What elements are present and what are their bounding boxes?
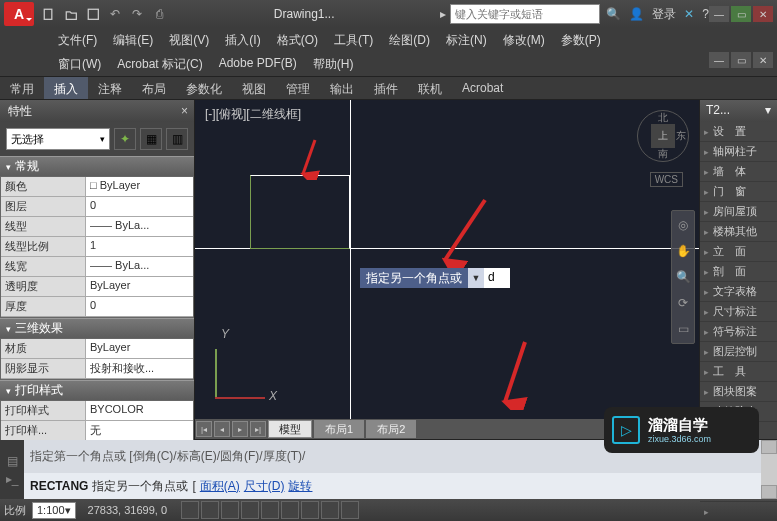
right-panel-item[interactable]: 设 置 (700, 122, 777, 142)
viewport-caption[interactable]: [-][俯视][二维线框] (205, 106, 301, 123)
prop-row[interactable]: 线宽—— ByLa... (1, 257, 193, 277)
select-objects-button[interactable]: ▦ (140, 128, 162, 150)
prop-row[interactable]: 打印样式BYCOLOR (1, 401, 193, 421)
exchange-icon[interactable]: ✕ (684, 7, 694, 21)
prop-row[interactable]: 图层0 (1, 197, 193, 217)
menu-adobe-pdf[interactable]: Adobe PDF(B) (211, 52, 305, 76)
search-input[interactable] (450, 4, 600, 24)
restore-button[interactable]: ▭ (731, 6, 751, 22)
tab-layout2[interactable]: 布局2 (366, 420, 416, 438)
tab-next-button[interactable]: ▸ (232, 421, 248, 437)
right-panel-item[interactable]: 房间屋顶 (700, 202, 777, 222)
prop-value[interactable]: □ ByLayer (86, 177, 193, 197)
right-panel-item[interactable]: 门 窗 (700, 182, 777, 202)
menu-tools[interactable]: 工具(T) (326, 28, 381, 52)
prop-value[interactable]: 投射和接收... (86, 359, 193, 379)
menu-draw[interactable]: 绘图(D) (381, 28, 438, 52)
doc-minimize-button[interactable]: — (709, 52, 729, 68)
command-line[interactable]: RECTANG 指定另一个角点或 [ 面积(A) 尺寸(D) 旋转 (24, 473, 761, 499)
ribbon-tab-4[interactable]: 参数化 (176, 77, 232, 99)
qat-save-icon[interactable] (84, 5, 102, 23)
menu-insert[interactable]: 插入(I) (217, 28, 268, 52)
pickadd-button[interactable]: ▥ (166, 128, 188, 150)
login-icon[interactable]: 👤 (629, 7, 644, 21)
right-panel-item[interactable]: 轴网柱子 (700, 142, 777, 162)
prop-value[interactable]: ByLayer (86, 339, 193, 359)
ribbon-tab-9[interactable]: 联机 (408, 77, 452, 99)
viewcube-face[interactable]: 上 (651, 124, 675, 148)
zoom-icon[interactable]: 🔍 (675, 269, 691, 285)
tab-last-button[interactable]: ▸| (250, 421, 266, 437)
doc-close-button[interactable]: ✕ (753, 52, 773, 68)
menu-param[interactable]: 参数(P) (553, 28, 609, 52)
cmd-opt-rotate[interactable]: 旋转 (288, 478, 312, 495)
steering-wheel-icon[interactable]: ◎ (675, 217, 691, 233)
prop-row[interactable]: 打印样...无 (1, 421, 193, 441)
scale-combo[interactable]: 1:100 ▾ (32, 502, 76, 519)
ribbon-tab-0[interactable]: 常用 (0, 77, 44, 99)
right-panel-item[interactable]: 楼梯其他 (700, 222, 777, 242)
prop-value[interactable]: 1 (86, 237, 193, 257)
right-panel-item[interactable]: 文字表格 (700, 282, 777, 302)
osnap-toggle[interactable] (261, 501, 279, 519)
menu-help[interactable]: 帮助(H) (305, 52, 362, 76)
ribbon-tab-1[interactable]: 插入 (44, 77, 88, 99)
menu-format[interactable]: 格式(O) (269, 28, 326, 52)
category-general[interactable]: 常规 (0, 156, 194, 176)
help-icon[interactable]: ? (702, 7, 709, 21)
prop-row[interactable]: 透明度ByLayer (1, 277, 193, 297)
menu-file[interactable]: 文件(F) (50, 28, 105, 52)
qat-open-icon[interactable] (62, 5, 80, 23)
prop-value[interactable]: ByLayer (86, 277, 193, 297)
cmd-history-icon[interactable]: ▤ (7, 454, 18, 468)
wcs-label[interactable]: WCS (650, 172, 683, 187)
qat-redo-icon[interactable]: ↷ (128, 5, 146, 23)
showmotion-icon[interactable]: ▭ (675, 321, 691, 337)
right-panel-item[interactable]: 尺寸标注 (700, 302, 777, 322)
cmd-scroll-down[interactable] (761, 485, 777, 499)
prop-row[interactable]: 线型比例1 (1, 237, 193, 257)
grid-toggle[interactable] (201, 501, 219, 519)
close-button[interactable]: ✕ (753, 6, 773, 22)
tab-layout1[interactable]: 布局1 (314, 420, 364, 438)
polar-toggle[interactable] (241, 501, 259, 519)
search-icon[interactable]: 🔍 (606, 7, 621, 21)
tab-prev-button[interactable]: ◂ (214, 421, 230, 437)
right-panel-item[interactable]: 图块图案 (700, 382, 777, 402)
cmd-input-icon[interactable]: ▸_ (6, 472, 19, 486)
right-panel-item[interactable]: 剖 面 (700, 262, 777, 282)
right-panel-item[interactable]: 图层控制 (700, 342, 777, 362)
drawing-canvas[interactable]: [-][俯视][二维线框] Y X 指定另一个角点或 ▼ d 北 东 南 上 W… (195, 100, 699, 439)
menu-edit[interactable]: 编辑(E) (105, 28, 161, 52)
prop-row[interactable]: 材质ByLayer (1, 339, 193, 359)
prop-row[interactable]: 厚度0 (1, 297, 193, 317)
category-plot[interactable]: 打印样式 (0, 380, 194, 400)
ribbon-tab-5[interactable]: 视图 (232, 77, 276, 99)
cmd-scroll-up[interactable] (761, 440, 777, 454)
ribbon-tab-3[interactable]: 布局 (132, 77, 176, 99)
prop-value[interactable]: 无 (86, 421, 193, 441)
snap-toggle[interactable] (181, 501, 199, 519)
dyn-toggle[interactable] (301, 501, 319, 519)
ortho-toggle[interactable] (221, 501, 239, 519)
right-panel-item[interactable]: 符号标注 (700, 322, 777, 342)
category-3d[interactable]: 三维效果 (0, 318, 194, 338)
app-logo[interactable]: A (4, 2, 34, 26)
prop-row[interactable]: 颜色□ ByLayer (1, 177, 193, 197)
ribbon-tab-2[interactable]: 注释 (88, 77, 132, 99)
pan-icon[interactable]: ✋ (675, 243, 691, 259)
menu-window[interactable]: 窗口(W) (50, 52, 109, 76)
prop-value[interactable]: BYCOLOR (86, 401, 193, 421)
lw-toggle[interactable] (321, 501, 339, 519)
qat-new-icon[interactable] (40, 5, 58, 23)
right-panel-item[interactable]: 工 具 (700, 362, 777, 382)
ribbon-tab-8[interactable]: 插件 (364, 77, 408, 99)
qat-undo-icon[interactable]: ↶ (106, 5, 124, 23)
menu-acrobat-mark[interactable]: Acrobat 标记(C) (109, 52, 210, 76)
dynamic-input[interactable]: d (484, 268, 510, 288)
quick-select-button[interactable]: ✦ (114, 128, 136, 150)
minimize-button[interactable]: — (709, 6, 729, 22)
prop-row[interactable]: 阴影显示投射和接收... (1, 359, 193, 379)
qat-print-icon[interactable]: ⎙ (150, 5, 168, 23)
prop-value[interactable]: 0 (86, 197, 193, 217)
